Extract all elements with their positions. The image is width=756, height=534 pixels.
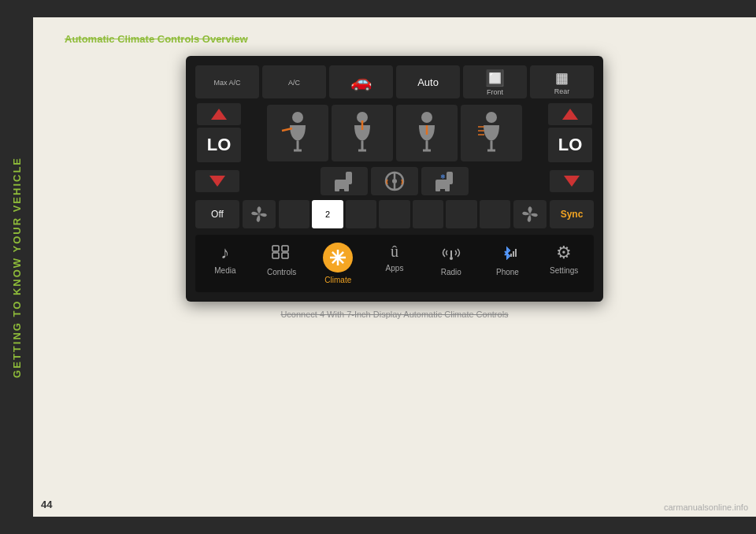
- ac-button[interactable]: A/C: [262, 65, 326, 98]
- top-bar: [33, 0, 756, 17]
- nav-phone[interactable]: Phone: [481, 239, 535, 287]
- front-button[interactable]: 🔲 Front: [463, 65, 527, 98]
- svg-rect-15: [344, 187, 349, 191]
- svg-point-17: [392, 179, 397, 184]
- seat-button-2[interactable]: [332, 105, 393, 161]
- speed-6-button[interactable]: [446, 200, 476, 228]
- speed-7-button[interactable]: [480, 200, 510, 228]
- apps-icon: û: [391, 243, 398, 261]
- svg-marker-11: [209, 176, 225, 187]
- svg-rect-31: [282, 253, 288, 258]
- ac-label: A/C: [288, 79, 300, 87]
- seat-cool-button[interactable]: ❄: [421, 167, 469, 195]
- left-fan-icon-button[interactable]: [243, 200, 276, 228]
- svg-point-6: [486, 112, 497, 123]
- sync-button[interactable]: Sync: [550, 200, 594, 228]
- phone-label: Phone: [496, 268, 519, 276]
- svg-point-27: [528, 213, 532, 216]
- svg-point-32: [335, 255, 340, 260]
- radio-icon: [441, 243, 461, 265]
- main-content: Automatic Climate Controls Overview Max …: [33, 17, 756, 517]
- nav-settings[interactable]: ⚙ Settings: [537, 239, 591, 287]
- svg-rect-36: [515, 249, 517, 257]
- nav-climate[interactable]: Climate: [311, 239, 365, 287]
- right-fan-control: LO: [547, 103, 594, 162]
- front-label: Front: [487, 88, 503, 96]
- climate-label: Climate: [324, 276, 351, 284]
- fan-seat-row: LO: [195, 103, 594, 162]
- front-defrost-icon: 🔲: [485, 69, 505, 87]
- svg-rect-23: [445, 187, 450, 191]
- rear-label: Rear: [554, 87, 570, 95]
- svg-rect-34: [510, 254, 512, 257]
- settings-icon: ⚙: [556, 243, 572, 263]
- left-fan-control: LO: [195, 103, 243, 162]
- nav-controls[interactable]: Controls: [255, 239, 309, 287]
- apps-label: Apps: [386, 264, 404, 273]
- controls-label: Controls: [267, 268, 296, 276]
- speed-5-button[interactable]: [413, 200, 443, 228]
- caption: Uconnect 4 With 7-Inch Display Automatic…: [57, 310, 732, 319]
- speed-4-button[interactable]: [379, 200, 410, 228]
- nav-bar: ♪ Media Controls: [195, 235, 594, 292]
- svg-marker-25: [564, 176, 580, 187]
- max-ac-label: Max A/C: [213, 79, 240, 87]
- top-controls-row: Max A/C A/C 🚗 Auto 🔲 Front ▦ Rear: [195, 65, 594, 98]
- seat-icons-group: [246, 103, 543, 162]
- right-fan-down-button[interactable]: [550, 170, 594, 192]
- left-fan-down-button[interactable]: [195, 170, 239, 192]
- phone-icon: [497, 243, 517, 265]
- seat-heat-button[interactable]: [321, 167, 368, 195]
- rear-button[interactable]: ▦ Rear: [530, 65, 594, 98]
- recirculate-icon: 🚗: [350, 72, 372, 92]
- right-fan-icon-button[interactable]: [513, 200, 547, 228]
- left-fan-level: LO: [197, 128, 241, 162]
- svg-rect-13: [346, 172, 352, 184]
- speed-3-button[interactable]: [346, 200, 376, 228]
- auto-button[interactable]: Auto: [396, 65, 460, 98]
- svg-rect-14: [335, 187, 339, 191]
- auto-label: Auto: [417, 76, 439, 88]
- svg-rect-21: [447, 172, 453, 184]
- media-icon: ♪: [220, 243, 229, 263]
- speed-1-button[interactable]: [279, 200, 309, 228]
- svg-text:❄: ❄: [440, 173, 446, 180]
- nav-apps[interactable]: û Apps: [368, 239, 421, 287]
- climate-screen: Max A/C A/C 🚗 Auto 🔲 Front ▦ Rear: [186, 56, 603, 302]
- media-label: Media: [214, 266, 235, 275]
- svg-point-33: [450, 257, 453, 260]
- seat-button-1[interactable]: [267, 105, 328, 161]
- nav-media[interactable]: ♪ Media: [198, 239, 252, 287]
- svg-point-1: [292, 112, 303, 123]
- right-fan-level: LO: [548, 128, 592, 162]
- seat-button-3[interactable]: [396, 105, 458, 161]
- controls-icon: [272, 243, 292, 265]
- sidebar-label: GETTING TO KNOW YOUR VEHICLE: [11, 157, 23, 378]
- svg-rect-28: [272, 246, 279, 251]
- recirculate-button[interactable]: 🚗: [329, 65, 393, 98]
- svg-rect-35: [513, 251, 514, 257]
- nav-radio[interactable]: Radio: [424, 239, 478, 287]
- svg-rect-30: [282, 246, 288, 251]
- svg-marker-0: [211, 109, 227, 120]
- settings-label: Settings: [550, 266, 578, 275]
- radio-label: Radio: [441, 268, 461, 276]
- svg-marker-10: [562, 109, 578, 120]
- steering-heat-button[interactable]: [371, 167, 418, 195]
- svg-point-26: [258, 213, 261, 216]
- page-number: 44: [41, 499, 52, 510]
- right-fan-up-button[interactable]: [548, 103, 592, 125]
- bottom-bar: [33, 517, 756, 534]
- svg-rect-22: [435, 187, 440, 191]
- svg-rect-29: [272, 253, 279, 258]
- left-fan-up-button[interactable]: [197, 103, 241, 125]
- speed-2-button[interactable]: 2: [312, 200, 343, 228]
- svg-point-4: [421, 112, 432, 123]
- max-ac-button[interactable]: Max A/C: [195, 65, 259, 98]
- off-speed-row: Off 2: [195, 200, 594, 228]
- seat-button-4[interactable]: [461, 105, 522, 161]
- off-button[interactable]: Off: [195, 200, 239, 228]
- rear-defrost-icon: ▦: [555, 69, 569, 87]
- watermark: carmanualsonline.info: [664, 502, 748, 512]
- speed-buttons-group: 2: [279, 200, 510, 228]
